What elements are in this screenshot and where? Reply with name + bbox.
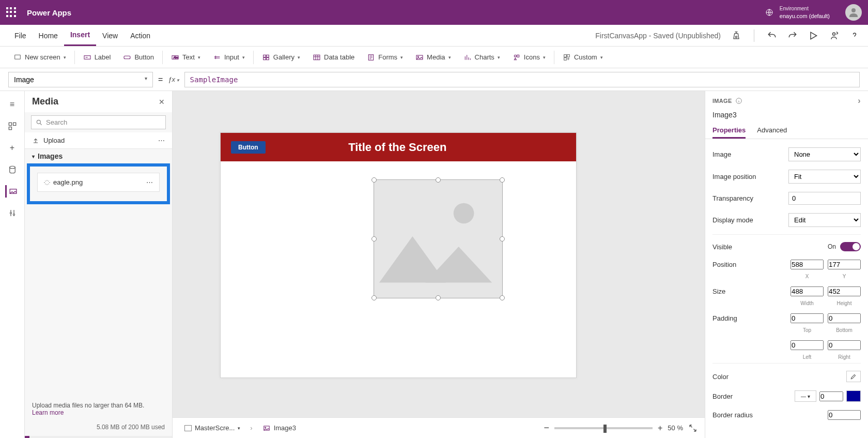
resize-handle[interactable] bbox=[371, 295, 377, 300]
zoom-value: 50 % bbox=[668, 424, 683, 432]
screen-icon bbox=[13, 53, 22, 62]
tree-view-icon[interactable] bbox=[6, 120, 19, 132]
new-screen-button[interactable]: New screen bbox=[8, 51, 71, 64]
custom-dropdown[interactable]: Custom bbox=[557, 51, 608, 64]
play-icon[interactable] bbox=[808, 31, 818, 41]
undo-icon[interactable] bbox=[767, 31, 777, 41]
search-box[interactable]: Search bbox=[31, 115, 166, 129]
tab-properties[interactable]: Properties bbox=[712, 123, 746, 139]
tab-advanced[interactable]: Advanced bbox=[757, 123, 787, 139]
collapse-icon[interactable]: › bbox=[858, 96, 861, 105]
hamburger-icon[interactable]: ≡ bbox=[6, 98, 19, 111]
title-bar: Power Apps Environment enayu.com (defaul… bbox=[0, 0, 868, 25]
zoom-out-icon[interactable]: − bbox=[544, 422, 550, 433]
pos-y-input[interactable] bbox=[828, 260, 861, 269]
forms-icon bbox=[367, 53, 375, 62]
menu-view[interactable]: View bbox=[96, 25, 124, 46]
formula-input[interactable]: SampleImage bbox=[184, 72, 860, 87]
pad-left-input[interactable] bbox=[791, 340, 824, 350]
upload-icon bbox=[32, 137, 39, 144]
upload-button[interactable]: Upload bbox=[32, 137, 65, 144]
fit-screen-icon[interactable] bbox=[688, 424, 698, 433]
breadcrumb-control[interactable]: Image3 bbox=[258, 422, 301, 434]
media-dropdown[interactable]: Media bbox=[410, 51, 456, 64]
menu-insert[interactable]: Insert bbox=[64, 25, 96, 46]
screen-canvas[interactable]: Button Title of the Screen bbox=[220, 132, 577, 378]
media-panel: Media ✕ Search Upload ⋯ ▾ Images eagle.p… bbox=[25, 91, 173, 438]
border-width-input[interactable] bbox=[819, 391, 843, 401]
resize-handle[interactable] bbox=[371, 236, 377, 241]
prop-color-label: Color bbox=[712, 373, 729, 381]
resize-handle[interactable] bbox=[371, 177, 377, 183]
label-button[interactable]: Label bbox=[78, 51, 116, 64]
gallery-icon bbox=[262, 53, 270, 62]
data-table-button[interactable]: Data table bbox=[307, 51, 360, 64]
images-group[interactable]: ▾ Images bbox=[25, 149, 172, 163]
user-avatar[interactable] bbox=[845, 4, 862, 21]
pos-x-input[interactable] bbox=[791, 260, 824, 269]
resize-handle[interactable] bbox=[436, 177, 441, 183]
border-radius-input[interactable] bbox=[828, 410, 861, 420]
forms-dropdown[interactable]: Forms bbox=[362, 51, 408, 64]
tools-icon[interactable] bbox=[6, 207, 19, 219]
input-dropdown[interactable]: Input bbox=[208, 51, 250, 64]
data-icon[interactable] bbox=[6, 163, 19, 176]
image-control[interactable] bbox=[374, 179, 503, 298]
menu-file[interactable]: File bbox=[8, 25, 33, 46]
breadcrumb-screen[interactable]: MasterScre... ▾ bbox=[180, 422, 245, 434]
svg-point-17 bbox=[514, 55, 516, 57]
visible-toggle[interactable] bbox=[840, 242, 861, 251]
redo-icon[interactable] bbox=[787, 31, 798, 41]
svg-rect-4 bbox=[15, 55, 21, 59]
app-launcher-icon[interactable] bbox=[6, 7, 17, 18]
help-icon[interactable] bbox=[849, 31, 860, 41]
fx-button[interactable]: ƒx bbox=[168, 75, 179, 83]
border-color-picker[interactable] bbox=[846, 390, 861, 402]
border-style-select[interactable]: — ▾ bbox=[795, 390, 816, 402]
info-icon[interactable] bbox=[735, 97, 742, 104]
svg-rect-21 bbox=[564, 57, 567, 60]
button-button[interactable]: Button bbox=[118, 51, 159, 64]
learn-more-link[interactable]: Learn more bbox=[32, 409, 64, 416]
prop-transparency-label: Transparency bbox=[712, 194, 753, 202]
pad-right-input[interactable] bbox=[828, 340, 861, 350]
file-more-icon[interactable]: ⋯ bbox=[146, 178, 153, 186]
text-dropdown[interactable]: Abc Text bbox=[166, 51, 206, 64]
prop-radius-label: Border radius bbox=[712, 411, 753, 419]
pad-top-input[interactable] bbox=[791, 313, 824, 323]
pad-bottom-input[interactable] bbox=[828, 313, 861, 323]
gallery-dropdown[interactable]: Gallery bbox=[257, 51, 305, 64]
resize-handle[interactable] bbox=[500, 177, 505, 183]
add-icon[interactable]: + bbox=[6, 142, 19, 154]
app-checker-icon[interactable] bbox=[731, 31, 741, 41]
canvas-area[interactable]: Button Title of the Screen MasterSc bbox=[173, 91, 705, 438]
control-name[interactable]: Image3 bbox=[705, 111, 868, 123]
close-icon[interactable]: ✕ bbox=[159, 98, 165, 106]
size-h-input[interactable] bbox=[828, 286, 861, 296]
more-icon[interactable]: ⋯ bbox=[158, 137, 165, 144]
status-bar: MasterScre... ▾ › Image3 − + 50 % bbox=[173, 417, 705, 438]
resize-handle[interactable] bbox=[500, 295, 505, 300]
resize-handle[interactable] bbox=[500, 236, 505, 241]
prop-imgpos-select[interactable]: Fit bbox=[788, 170, 861, 184]
menu-action[interactable]: Action bbox=[124, 25, 157, 46]
menu-home[interactable]: Home bbox=[33, 25, 64, 46]
resize-handle[interactable] bbox=[436, 295, 441, 300]
prop-image-select[interactable]: None bbox=[788, 147, 861, 161]
rp-type-header: IMAGE › bbox=[705, 91, 868, 111]
zoom-slider[interactable] bbox=[554, 427, 653, 429]
icons-dropdown[interactable]: Icons bbox=[507, 51, 551, 64]
property-dropdown[interactable]: Image bbox=[8, 72, 153, 87]
svg-rect-18 bbox=[517, 55, 519, 57]
prop-display-select[interactable]: Edit bbox=[788, 213, 861, 227]
media-file-item[interactable]: eagle.png ⋯ bbox=[37, 173, 160, 192]
zoom-in-icon[interactable]: + bbox=[658, 424, 662, 433]
size-w-input[interactable] bbox=[791, 286, 824, 296]
share-icon[interactable] bbox=[829, 31, 839, 41]
color-picker[interactable] bbox=[846, 371, 861, 382]
charts-dropdown[interactable]: Charts bbox=[458, 51, 505, 64]
environment-picker[interactable]: Environment enayu.com (default) bbox=[765, 5, 830, 20]
media-rail-icon[interactable] bbox=[5, 185, 18, 198]
svg-text:Abc: Abc bbox=[174, 56, 179, 59]
prop-transparency-input[interactable] bbox=[788, 192, 861, 205]
